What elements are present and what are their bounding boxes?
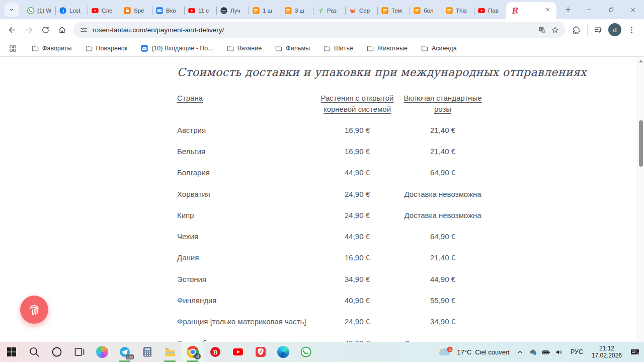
cell-open-root-price: 34,90 €: [313, 275, 401, 283]
media-controls-button[interactable]: [590, 22, 606, 38]
bookmarks-bar: Фавориты Поваренок (10) Входящие - По...…: [0, 40, 644, 57]
browser-tab[interactable]: (1) W: [23, 2, 55, 19]
network-cloud-icon[interactable]: i: [527, 342, 540, 362]
rose-logo-icon: R: [511, 6, 518, 16]
cell-country: Финляндия: [177, 296, 313, 305]
taskbar-app-edge[interactable]: [272, 342, 294, 362]
bookmark-item[interactable]: Вязание: [222, 42, 267, 54]
browser-tab[interactable]: Spe: [120, 2, 152, 19]
cell-open-root-price: 40,90 €: [313, 296, 401, 305]
header-incl-roses[interactable]: Включая стандартныерозы: [401, 93, 484, 115]
shop-icon: [381, 7, 389, 15]
minimize-icon: [585, 6, 593, 14]
bookmark-item[interactable]: Асиенда: [416, 42, 461, 54]
address-bar[interactable]: rosen-tantau.com/en/payment-and-delivery…: [73, 22, 566, 38]
bookmark-star-icon[interactable]: [551, 26, 559, 34]
taskbar-app-whatsapp[interactable]: [294, 342, 317, 362]
home-icon: [57, 25, 67, 35]
new-tab-button[interactable]: [560, 2, 576, 17]
url-text[interactable]: rosen-tantau.com/en/payment-and-delivery…: [93, 26, 533, 34]
browser-tab[interactable]: 3 ш: [281, 2, 313, 19]
home-button[interactable]: [54, 22, 70, 38]
header-open-root[interactable]: Растения с открытойкорневой системой: [313, 93, 401, 115]
site-info-icon[interactable]: [79, 26, 88, 34]
bookmark-item[interactable]: Шитьё: [318, 42, 358, 54]
maximize-button[interactable]: [600, 0, 622, 19]
weather-widget[interactable]: 6 17°C Ciel couvert: [433, 342, 514, 362]
browser-tab[interactable]: Тем: [377, 2, 410, 19]
taskbar-app-cortana[interactable]: [45, 342, 68, 362]
taskbar-app-search[interactable]: [23, 342, 45, 362]
page-scrollbar[interactable]: [637, 57, 644, 342]
bookmark-item[interactable]: Фавориты: [27, 42, 76, 54]
browser-tab[interactable]: Вхо: [152, 2, 184, 19]
active-tab[interactable]: R: [506, 2, 556, 19]
taskbar-app-security-shield[interactable]: [249, 342, 272, 362]
file-explorer-icon: [164, 346, 176, 358]
taskbar-app-b-antivirus[interactable]: B: [204, 342, 226, 362]
hidden-icons-button[interactable]: [514, 342, 527, 362]
browser-tab[interactable]: Луч: [216, 2, 249, 19]
notification-badge: 133: [126, 354, 134, 359]
back-button[interactable]: [4, 22, 21, 38]
profile-avatar[interactable]: d: [608, 23, 621, 36]
cell-country: Дания: [177, 253, 313, 262]
plant-icon: [316, 7, 325, 15]
browser-tab[interactable]: 1 ш: [249, 2, 281, 19]
puzzle-icon: [572, 25, 582, 35]
close-window-button[interactable]: [622, 0, 644, 19]
taskbar-app-start[interactable]: [0, 342, 23, 362]
taskbar-app-telegram[interactable]: 133: [113, 342, 136, 362]
browser-tab[interactable]: Раз: [313, 2, 345, 19]
taskbar-app-calculator[interactable]: [136, 342, 158, 362]
clock[interactable]: 21:12 17.02.2026: [588, 345, 626, 359]
shop-icon: [445, 7, 453, 15]
language-indicator[interactable]: РУС: [566, 348, 588, 355]
browser-tab[interactable]: This: [442, 2, 474, 19]
bookmark-item[interactable]: Поваренок: [80, 42, 132, 54]
translate-icon[interactable]: G: [538, 26, 546, 34]
privacy-fab-button[interactable]: [20, 296, 48, 324]
browser-tab[interactable]: Пав: [474, 2, 506, 19]
browser-tab[interactable]: f Lost: [55, 2, 88, 19]
volume-icon[interactable]: [553, 342, 566, 362]
touch-keyboard-button[interactable]: [626, 342, 644, 362]
browser-tab[interactable]: 11 с: [184, 2, 216, 19]
apps-grid-button[interactable]: [6, 42, 19, 55]
cell-incl-roses-price: 21,40 €: [401, 147, 484, 156]
bookmark-item[interactable]: (10) Входящие - По...: [136, 42, 217, 54]
cell-incl-roses-price: 34,90 €: [401, 317, 484, 326]
clock-date: 17.02.2026: [592, 352, 622, 359]
scrollbar-thumb[interactable]: [639, 120, 643, 167]
browser-tab[interactable]: бол: [410, 2, 442, 19]
taskbar-app-file-explorer[interactable]: [158, 342, 181, 362]
bookmark-item[interactable]: Животные: [362, 42, 412, 54]
browser-tab[interactable]: Сле: [88, 2, 120, 19]
scroll-up-arrow-icon[interactable]: [637, 57, 644, 64]
battery-icon[interactable]: [540, 342, 553, 362]
chevron-up-icon: [516, 348, 524, 356]
svg-text:f: f: [62, 9, 64, 14]
close-tab-icon[interactable]: [544, 6, 551, 15]
bookmark-item[interactable]: Фильмы: [270, 42, 314, 54]
cell-country: Эстония: [177, 275, 313, 283]
weather-desc: Ciel couvert: [475, 348, 510, 356]
forward-button[interactable]: [21, 22, 37, 38]
table-row: Чехия 44,90 € 64,90 €: [177, 226, 637, 247]
tab-search-button[interactable]: [4, 3, 19, 17]
header-country[interactable]: Страна: [177, 93, 313, 115]
browser-tab-strip: (1) W f Lost Сле Spe Вхо 11 с Луч 1 ш: [0, 0, 644, 19]
facebook-icon: f: [59, 7, 67, 15]
page-content: Стоимость доставки и упаковки при междун…: [0, 57, 637, 342]
extensions-button[interactable]: [569, 22, 585, 38]
reload-button[interactable]: [37, 22, 54, 38]
browser-menu-button[interactable]: [623, 22, 640, 38]
taskbar-app-task-view[interactable]: [68, 342, 91, 362]
restore-icon: [607, 6, 615, 14]
taskbar-app-copilot[interactable]: [91, 342, 113, 362]
browser-tab[interactable]: Сер: [345, 2, 377, 19]
kebab-menu-icon: [627, 25, 636, 35]
taskbar-app-chrome[interactable]: d: [181, 342, 204, 362]
taskbar-app-youtube[interactable]: [226, 342, 249, 362]
minimize-button[interactable]: [578, 0, 600, 19]
